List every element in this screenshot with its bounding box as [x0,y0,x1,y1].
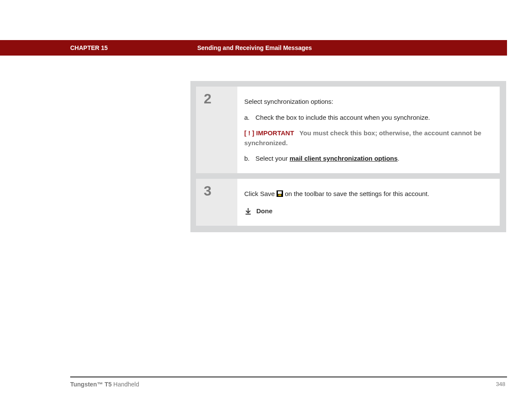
step-number-cell: 3 [196,179,237,226]
save-icon [277,190,283,197]
step-number: 2 [204,92,230,106]
step-row-2: 2 Select synchronization options: a. Che… [196,87,500,173]
step-instruction: Click Save on the toolbar to save the se… [244,189,493,199]
important-callout: [ ! ] IMPORTANT You must check this box;… [244,128,493,148]
arrow-down-icon [244,207,252,215]
step-number-cell: 2 [196,87,237,173]
substep-suffix: . [398,155,399,162]
page-number: 348 [479,381,505,387]
text-after-icon: on the toolbar to save the settings for … [283,190,429,197]
done-label: Done [256,206,273,216]
step-body: Click Save on the toolbar to save the se… [237,179,500,226]
footer-product-rest: Handheld [112,381,139,388]
important-label: IMPORTANT [254,129,294,137]
text-before-icon: Click Save [244,190,277,197]
substep-letter: b. [244,154,252,164]
step-row-3: 3 Click Save on the toolbar to save the … [196,179,500,226]
substep-text: Select your mail client synchronization … [255,154,399,164]
step-number: 3 [204,184,230,198]
important-bracket-close: ] [250,129,254,137]
step-intro: Select synchronization options: [244,97,493,107]
footer-product-name: Tungsten™ T5 Handheld [70,381,139,388]
done-indicator: Done [244,206,493,216]
step-body: Select synchronization options: a. Check… [237,87,500,173]
footer-product-bold: Tungsten™ T5 [70,381,112,388]
chapter-header-bar: CHAPTER 15 Sending and Receiving Email M… [0,40,507,56]
steps-panel: 2 Select synchronization options: a. Che… [190,81,506,232]
chapter-number-label: CHAPTER 15 [70,44,108,51]
important-bracket-open: [ [244,129,248,137]
substep-a: a. Check the box to include this account… [244,113,493,123]
substep-b: b. Select your mail client synchronizati… [244,154,493,164]
substep-text: Check the box to include this account wh… [255,113,430,123]
mail-client-sync-options-link[interactable]: mail client synchronization options [289,155,398,162]
footer-divider [70,377,507,377]
substep-prefix: Select your [255,155,289,162]
chapter-title: Sending and Receiving Email Messages [197,44,312,51]
substep-letter: a. [244,113,252,123]
